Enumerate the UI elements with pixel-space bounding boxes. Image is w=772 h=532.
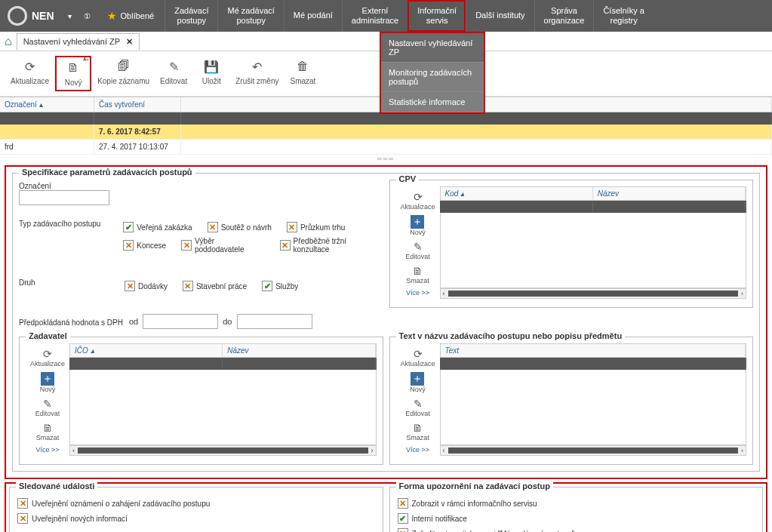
- txt-more[interactable]: Více >>: [406, 444, 429, 455]
- app-logo[interactable]: NEN: [0, 0, 62, 32]
- splitter-handle[interactable]: ═══: [377, 155, 395, 162]
- undo-button[interactable]: ↶Zrušit změny: [231, 56, 283, 91]
- cpv-col-nazev[interactable]: Název: [593, 187, 746, 200]
- chk-koncese[interactable]: ✕Koncese: [123, 240, 166, 251]
- favorites[interactable]: ★ Oblíbené: [97, 0, 165, 32]
- zad-hscroll[interactable]: ‹›: [69, 445, 377, 456]
- menu-me-podani[interactable]: Mé podání: [284, 0, 342, 32]
- chk-uverejneni-novych[interactable]: ✕Uveřejnění nových informací: [17, 513, 375, 524]
- delete-icon: 🗑: [295, 59, 310, 74]
- cpv-more[interactable]: Více >>: [406, 288, 429, 298]
- logo-icon: [8, 6, 27, 26]
- txt-new[interactable]: ＋Nový: [410, 371, 426, 395]
- menu-zadavaci-postupy[interactable]: Zadávacípostupy: [165, 0, 217, 32]
- delete-button[interactable]: 🗑Smazat: [285, 56, 321, 91]
- history-back[interactable]: ①: [78, 0, 97, 32]
- zadavatel-title: Zadavatel: [26, 331, 70, 340]
- zad-delete[interactable]: 🗎Smazat: [36, 420, 60, 443]
- alerts-title: Forma upozornění na zadávací postup: [396, 481, 553, 490]
- cpv-edit[interactable]: ✎Editovat: [405, 239, 430, 262]
- spec-panel: Specifikace parametrů zadávacích postupů…: [5, 165, 767, 479]
- col-cas[interactable]: Čas vytvoření: [94, 97, 181, 112]
- events-title: Sledované události: [16, 481, 97, 490]
- cpv-new[interactable]: ＋Nový: [410, 214, 426, 238]
- cpv-title: CPV: [396, 174, 420, 183]
- txt-edit[interactable]: ✎Editovat: [405, 396, 430, 419]
- chk-uverejneni-zahajeni[interactable]: ✕Uveřejnění oznámení o zahájení zadávací…: [17, 498, 375, 509]
- txt-refresh[interactable]: ⟳Aktualizace: [400, 346, 435, 369]
- text-title: Text v názvu zadávacího postupu nebo pop…: [396, 331, 626, 340]
- copy-icon: 🗐: [116, 59, 131, 74]
- cpv-col-kod[interactable]: Kod ▴: [441, 187, 593, 200]
- label-druh: Druh: [19, 276, 125, 296]
- do-input[interactable]: [237, 314, 312, 329]
- refresh-icon: ⟳: [23, 59, 38, 74]
- menu-ciselniky[interactable]: Číselníky aregistry: [593, 0, 653, 32]
- chk-soutez[interactable]: ✕Soutěž o návrh: [208, 222, 272, 232]
- records-grid-filter[interactable]: [0, 112, 772, 125]
- txt-hscroll[interactable]: ‹›: [440, 445, 747, 456]
- dropdown-monitoring[interactable]: Monitoring zadávacích postupů: [381, 63, 484, 92]
- copy-button[interactable]: 🗐Kopie záznamu: [93, 56, 154, 91]
- spec-title: Specifikace parametrů zadávacích postupů: [19, 168, 195, 177]
- col-oznaceni[interactable]: Označení ▴: [0, 97, 94, 112]
- refresh-button[interactable]: ⟳Aktualizace: [6, 56, 54, 91]
- table-row[interactable]: frd 27. 4. 2017 10:13:07: [0, 140, 772, 155]
- dropdown-statistika[interactable]: Statistické informace: [381, 92, 484, 112]
- save-icon: 💾: [204, 59, 219, 74]
- zad-col-ico[interactable]: IČO ▴: [70, 344, 223, 357]
- label-oznaceni: Označení: [19, 180, 125, 190]
- close-icon[interactable]: ✕: [126, 37, 133, 47]
- chk-predbezne[interactable]: ✕Předběžné tržní konzultace: [280, 237, 383, 254]
- zad-col-nazev[interactable]: Název: [223, 344, 375, 357]
- chk-verejna-zakazka[interactable]: ✔Veřejná zakázka: [123, 222, 192, 232]
- zad-new[interactable]: ＋Nový: [40, 371, 56, 395]
- chk-vyber-poddodavatele[interactable]: ✕Výběr poddodavatele: [181, 237, 265, 254]
- home-icon[interactable]: ⌂: [5, 35, 12, 48]
- label-typ: Typ zadávacího postupu: [19, 217, 123, 258]
- chk-zobrazit-servis[interactable]: ✕Zobrazit v rámci informačního servisu: [398, 498, 755, 509]
- edit-button[interactable]: ✎Editovat: [155, 56, 192, 91]
- star-icon: ★: [107, 10, 117, 22]
- zad-refresh[interactable]: ⟳Aktualizace: [30, 346, 65, 369]
- active-tab[interactable]: Nastavení vyhledávání ZP ✕: [17, 33, 140, 50]
- new-button[interactable]: 1. 🗎Nový: [55, 56, 91, 91]
- chk-stavebni[interactable]: ✕Stavební práce: [183, 281, 247, 291]
- menu-externi-admin[interactable]: Externíadministrace: [342, 0, 408, 32]
- undo-icon: ↶: [250, 59, 265, 74]
- bottom-panel: Sledované události ✕Uveřejnění oznámení …: [5, 482, 767, 532]
- zad-edit[interactable]: ✎Editovat: [35, 396, 60, 419]
- label-hodnota: Předpokládaná hodnota s DPH: [19, 316, 125, 327]
- chk-interni-notifikace[interactable]: ✔Interní notifikace: [398, 513, 755, 524]
- edit-icon: ✎: [166, 59, 181, 74]
- menu-informacni-servis[interactable]: Informačníservis: [408, 0, 466, 32]
- oznaceni-input[interactable]: [19, 190, 109, 205]
- txt-col-text[interactable]: Text: [441, 344, 746, 357]
- chk-zaradit-auto[interactable]: ✕Zařadit automaticky mezi "Mé zadávací p…: [398, 528, 755, 532]
- zad-more[interactable]: Více >>: [35, 444, 59, 455]
- menu-me-zadavaci[interactable]: Mé zadávacípostupy: [217, 0, 283, 32]
- dropdown-nastaveni-zp[interactable]: Nastavení vyhledávání ZP: [381, 33, 484, 63]
- cpv-refresh[interactable]: ⟳Aktualizace: [400, 189, 435, 212]
- cpv-tools: ⟳Aktualizace ＋Nový ✎Editovat 🗎Smazat Víc…: [396, 186, 440, 301]
- new-icon: 🗎: [66, 60, 81, 75]
- dropdown-caret[interactable]: ▾: [62, 0, 78, 32]
- txt-delete[interactable]: 🗎Smazat: [406, 420, 429, 443]
- table-row[interactable]: 7. 6. 2017 8:42:57: [0, 125, 772, 140]
- app-name: NEN: [32, 10, 54, 22]
- chk-dodavky[interactable]: ✕Dodávky: [125, 281, 168, 291]
- chk-sluzby[interactable]: ✔Služby: [262, 281, 298, 291]
- cpv-hscroll[interactable]: ‹›: [440, 288, 747, 299]
- menu-dalsi-instituty[interactable]: Další instituty: [466, 0, 534, 32]
- top-menu-bar: NEN ▾ ① ★ Oblíbené Zadávacípostupy Mé za…: [0, 0, 772, 32]
- cpv-delete[interactable]: 🗎Smazat: [406, 263, 429, 286]
- menu-sprava-org[interactable]: Správaorganizace: [534, 0, 594, 32]
- od-input[interactable]: [143, 314, 218, 329]
- informacni-servis-dropdown: Nastavení vyhledávání ZP Monitoring zadá…: [380, 32, 485, 114]
- save-button[interactable]: 💾Uložit: [193, 56, 229, 91]
- chk-pruzkum[interactable]: ✕Průzkum trhu: [287, 222, 345, 232]
